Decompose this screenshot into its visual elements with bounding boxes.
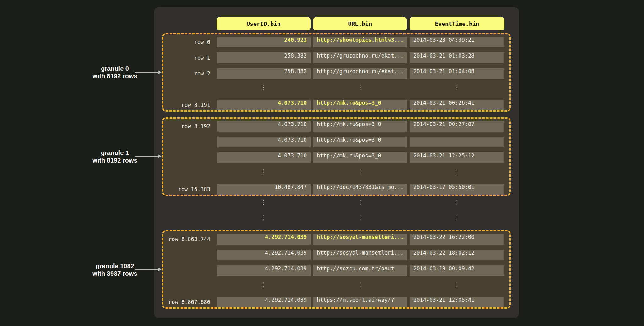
eventtime-cell: 2014-03-23 04:39:21: [410, 37, 504, 47]
arrow-right-icon: [135, 70, 162, 75]
table-row: row 16.38310.487.847http://doc/1437831&i…: [163, 184, 509, 195]
userid-cell: 4.292.714.039: [217, 234, 311, 245]
eventtime-cell: 2014-03-22 16:22:00: [410, 234, 504, 245]
table-row: row 1258.382http://gruzochno.ru/ekat...2…: [163, 52, 509, 63]
ellipsis-row-granule-1: ⋮⋮⋮: [163, 168, 509, 179]
userid-cell: 4.073.710: [217, 137, 311, 147]
url-ellipsis-icon: ⋮: [313, 214, 407, 225]
column-header-url-bin: URL.bin: [313, 17, 407, 30]
eventtime-cell: 2014-03-17 05:50:01: [410, 184, 504, 195]
url-ellipsis-icon: ⋮: [313, 281, 407, 292]
row-label: row 8.192: [163, 121, 217, 132]
table-row: row 8.1914.073.710http://mk.ru&pos=3_020…: [163, 100, 509, 110]
row-label: row 1: [163, 52, 217, 63]
row-label-spacer: [163, 198, 217, 209]
eventtime-cell: [410, 137, 504, 147]
ellipsis-row-between-1: ⋮⋮⋮: [163, 214, 504, 225]
url-ellipsis-icon: ⋮: [313, 198, 407, 209]
eventtime-cell: 2014-03-21 01:03:28: [410, 52, 504, 63]
table-row: 4.292.714.039http://sozcu.com.tr/oaut201…: [163, 265, 509, 276]
row-label-spacer: [163, 168, 217, 179]
granule-box-0: row 0240.923http://showtopics.html%3...2…: [162, 33, 511, 112]
userid-cell: 10.487.847: [217, 184, 311, 195]
row-label: [163, 265, 217, 276]
arrow-right-icon: [135, 267, 162, 272]
table-row: row 2258.382http://gruzochno.ru/ekat...2…: [163, 68, 509, 79]
eventtime-cell: 2014-03-21 00:27:07: [410, 121, 504, 132]
ellipsis-row-granule-0: ⋮⋮⋮: [163, 84, 509, 95]
granules-diagram: UserID.bin URL.bin EventTime.bin row 024…: [0, 0, 644, 326]
table-row: 4.073.710http://mk.ru&pos=3_0: [163, 137, 509, 147]
userid-cell: 240.923: [217, 37, 311, 47]
userid-cell: 258.382: [217, 68, 311, 79]
granule-box-2: row 8.863.7444.292.714.039http://sosyal-…: [162, 230, 511, 309]
url-ellipsis-icon: ⋮: [313, 84, 407, 95]
table-row: row 8.867.6804.292.714.039https://m.spor…: [163, 297, 509, 307]
row-label: row 8.867.680: [163, 297, 217, 307]
userid-cell: 4.073.710: [217, 121, 311, 132]
url-cell: http://mk.ru&pos=3_0: [313, 152, 407, 163]
eventtime-ellipsis-icon: ⋮: [410, 168, 504, 179]
url-cell: http://gruzochno.ru/ekat...: [313, 68, 407, 79]
eventtime-cell: 2014-03-21 12:05:41: [410, 297, 504, 307]
userid-cell: 4.292.714.039: [217, 250, 311, 260]
row-label: row 8.191: [163, 100, 217, 110]
ellipsis-row-between-0: ⋮⋮⋮: [163, 198, 504, 209]
url-ellipsis-icon: ⋮: [313, 168, 407, 179]
eventtime-ellipsis-icon: ⋮: [410, 84, 504, 95]
row-label: [163, 152, 217, 163]
ellipsis-row-granule-2: ⋮⋮⋮: [163, 281, 509, 292]
url-cell: http://sosyal-mansetleri...: [313, 250, 407, 260]
data-part-panel: UserID.bin URL.bin EventTime.bin row 024…: [154, 7, 519, 318]
row-label-spacer: [163, 281, 217, 292]
eventtime-cell: 2014-03-22 18:02:12: [410, 250, 504, 260]
url-cell: https://m.sport.airway/?: [313, 297, 407, 307]
arrow-line: [135, 269, 158, 270]
userid-ellipsis-icon: ⋮: [217, 84, 311, 95]
table-row: row 8.863.7444.292.714.039http://sosyal-…: [163, 234, 509, 245]
url-cell: http://gruzochno.ru/ekat...: [313, 52, 407, 63]
arrow-head: [158, 154, 162, 158]
row-label: row 16.383: [163, 184, 217, 195]
row-label-spacer: [163, 84, 217, 95]
row-label: [163, 250, 217, 260]
eventtime-cell: 2014-03-21 12:25:12: [410, 152, 504, 163]
table-row: 4.292.714.039http://sosyal-mansetleri...…: [163, 250, 509, 260]
url-cell: http://doc/1437831&is_mo...: [313, 184, 407, 195]
arrow-line: [135, 72, 158, 73]
url-cell: http://sozcu.com.tr/oaut: [313, 265, 407, 276]
row-label: [163, 137, 217, 147]
eventtime-cell: 2014-03-21 01:04:08: [410, 68, 504, 79]
userid-cell: 4.292.714.039: [217, 265, 311, 276]
row-label-spacer: [163, 214, 217, 225]
userid-ellipsis-icon: ⋮: [217, 198, 311, 209]
url-cell: http://mk.ru&pos=3_0: [313, 100, 407, 110]
userid-cell: 4.073.710: [217, 100, 311, 110]
userid-cell: 258.382: [217, 52, 311, 63]
userid-cell: 4.073.710: [217, 152, 311, 163]
column-header-userid-bin: UserID.bin: [217, 17, 311, 30]
userid-ellipsis-icon: ⋮: [217, 281, 311, 292]
arrow-line: [135, 156, 158, 157]
url-cell: http://mk.ru&pos=3_0: [313, 137, 407, 147]
url-cell: http://showtopics.html%3...: [313, 37, 407, 47]
eventtime-ellipsis-icon: ⋮: [410, 281, 504, 292]
row-label: row 2: [163, 68, 217, 79]
eventtime-ellipsis-icon: ⋮: [410, 214, 504, 225]
granule-box-1: row 8.1924.073.710http://mk.ru&pos=3_020…: [162, 117, 511, 196]
arrow-right-icon: [135, 154, 162, 158]
url-cell: http://sosyal-mansetleri...: [313, 234, 407, 245]
url-cell: http://mk.ru&pos=3_0: [313, 121, 407, 132]
row-label: row 8.863.744: [163, 234, 217, 245]
arrow-head: [158, 70, 162, 74]
row-label: row 0: [163, 37, 217, 47]
userid-cell: 4.292.714.039: [217, 297, 311, 307]
table-row: row 8.1924.073.710http://mk.ru&pos=3_020…: [163, 121, 509, 132]
column-header-eventtime-bin: EventTime.bin: [410, 17, 504, 30]
table-row: 4.073.710http://mk.ru&pos=3_02014-03-21 …: [163, 152, 509, 163]
userid-ellipsis-icon: ⋮: [217, 168, 311, 179]
arrow-head: [158, 268, 162, 271]
userid-ellipsis-icon: ⋮: [217, 214, 311, 225]
eventtime-cell: 2014-03-19 00:09:42: [410, 265, 504, 276]
eventtime-cell: 2014-03-21 00:26:41: [410, 100, 504, 110]
